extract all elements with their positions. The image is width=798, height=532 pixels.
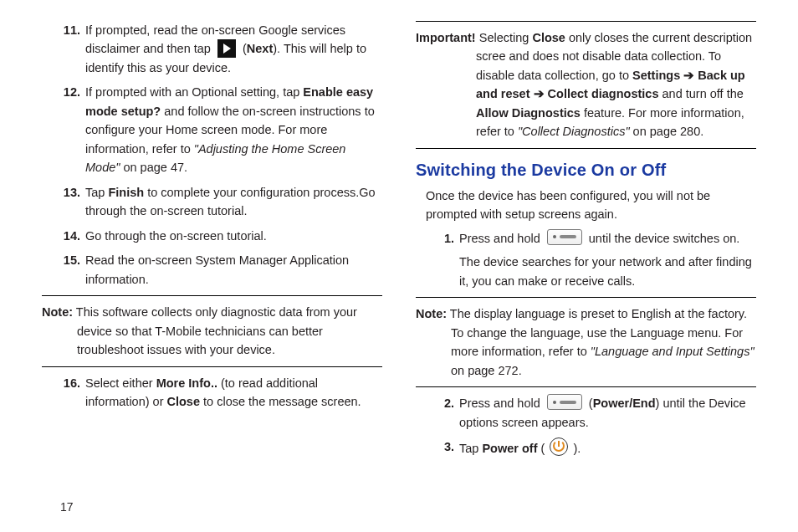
bold-text: More Info.. bbox=[156, 376, 217, 390]
list-item: 3. Tap Power off ( ). bbox=[416, 437, 756, 458]
list-item: 16. Select either More Info.. (to read a… bbox=[42, 374, 382, 412]
bold-text: Settings bbox=[632, 69, 680, 82]
divider bbox=[42, 366, 382, 367]
list-number: 12. bbox=[42, 83, 85, 176]
page: 11. If prompted, read the on-screen Goog… bbox=[0, 0, 798, 532]
text: Selecting bbox=[476, 31, 533, 44]
text: ( bbox=[537, 442, 548, 455]
right-column: Important! Selecting Close only closes t… bbox=[416, 21, 756, 515]
text: ( bbox=[586, 396, 593, 410]
list-body: Go through the on-screen tutorial. bbox=[85, 227, 382, 245]
note-label: Note: bbox=[416, 307, 447, 320]
list-number: 11. bbox=[42, 21, 85, 77]
list-body: If prompted, read the on-screen Google s… bbox=[85, 21, 382, 77]
italic-ref: "Collect Diagnostics" bbox=[518, 125, 630, 138]
italic-ref: "Language and Input Settings" bbox=[591, 345, 755, 358]
text: Read the on-screen System Manager Applic… bbox=[85, 253, 349, 285]
list-body: Read the on-screen System Manager Applic… bbox=[85, 251, 382, 289]
list-number: 16. bbox=[42, 374, 85, 412]
list-body: Select either More Info.. (to read addit… bbox=[85, 374, 382, 412]
list-number: 2. bbox=[416, 394, 459, 432]
text: ). bbox=[570, 442, 581, 455]
text: and turn off the bbox=[659, 87, 744, 100]
divider bbox=[416, 386, 756, 387]
list-body: Tap Power off ( ). bbox=[459, 437, 756, 458]
important-label: Important! bbox=[416, 31, 476, 44]
list-item: 1. Press and hold until the device switc… bbox=[416, 229, 756, 290]
note-block: Note: The display language is preset to … bbox=[416, 304, 756, 380]
text: Tap bbox=[85, 186, 108, 199]
divider bbox=[42, 295, 382, 296]
divider bbox=[416, 148, 756, 149]
divider bbox=[416, 21, 756, 22]
bold-text: Close bbox=[532, 31, 565, 44]
text: on page 280. bbox=[630, 125, 704, 138]
bold-text: Close bbox=[167, 395, 201, 408]
power-button-icon bbox=[547, 394, 582, 410]
list-number: 3. bbox=[416, 437, 459, 458]
section-intro: Once the device has been configured, you… bbox=[426, 187, 756, 224]
bold-text: Finish bbox=[108, 186, 144, 199]
list-body: If prompted with an Optional setting, ta… bbox=[85, 83, 382, 176]
next-arrow-icon bbox=[217, 39, 236, 58]
list-item: 12. If prompted with an Optional setting… bbox=[42, 83, 382, 176]
arrow-icon: ➔ bbox=[529, 87, 547, 100]
bold-text: Power/End bbox=[593, 396, 656, 410]
text: until the device switches on. bbox=[586, 232, 740, 245]
note-body: This software collects only diagnostic d… bbox=[73, 305, 357, 356]
text: Press and hold bbox=[459, 232, 544, 245]
bold-text: Power off bbox=[482, 442, 537, 455]
text: Select either bbox=[85, 376, 156, 390]
page-number: 17 bbox=[60, 500, 74, 514]
bold-text: Collect diagnostics bbox=[548, 87, 659, 100]
list-item: 14. Go through the on-screen tutorial. bbox=[42, 227, 382, 245]
list-item: 13. Tap Finish to complete your configur… bbox=[42, 183, 382, 221]
power-button-icon bbox=[547, 229, 582, 245]
text: on page 272. bbox=[451, 364, 522, 377]
section-heading: Switching the Device On or Off bbox=[416, 157, 756, 183]
list-number: 1. bbox=[416, 229, 459, 290]
bold-text: Allow Diagnostics bbox=[476, 106, 581, 120]
list-number: 15. bbox=[42, 251, 85, 289]
important-block: Important! Selecting Close only closes t… bbox=[416, 28, 756, 141]
text: to close the message screen. bbox=[200, 395, 361, 408]
text: Go through the on-screen tutorial. bbox=[85, 229, 267, 243]
list-item: 2. Press and hold (Power/End) until the … bbox=[416, 394, 756, 432]
list-item: 15. Read the on-screen System Manager Ap… bbox=[42, 251, 382, 289]
list-item: 11. If prompted, read the on-screen Goog… bbox=[42, 21, 382, 77]
note-block: Note: This software collects only diagno… bbox=[42, 303, 382, 359]
arrow-icon: ➔ bbox=[680, 69, 698, 82]
text: on page 47. bbox=[120, 161, 187, 174]
list-body: Press and hold until the device switches… bbox=[459, 229, 756, 290]
list-body: Tap Finish to complete your configuratio… bbox=[85, 183, 382, 221]
divider bbox=[416, 297, 756, 298]
text: Press and hold bbox=[459, 396, 544, 410]
text: Tap bbox=[459, 442, 482, 455]
text: If prompted with an Optional setting, ta… bbox=[85, 85, 303, 99]
bold-text: Next bbox=[247, 42, 273, 55]
text: The device searches for your network and… bbox=[459, 255, 752, 287]
list-number: 13. bbox=[42, 183, 85, 221]
power-off-icon bbox=[550, 437, 568, 456]
list-body: Press and hold (Power/End) until the Dev… bbox=[459, 394, 756, 432]
list-number: 14. bbox=[42, 227, 85, 245]
left-column: 11. If prompted, read the on-screen Goog… bbox=[42, 21, 382, 515]
note-label: Note: bbox=[42, 305, 73, 319]
